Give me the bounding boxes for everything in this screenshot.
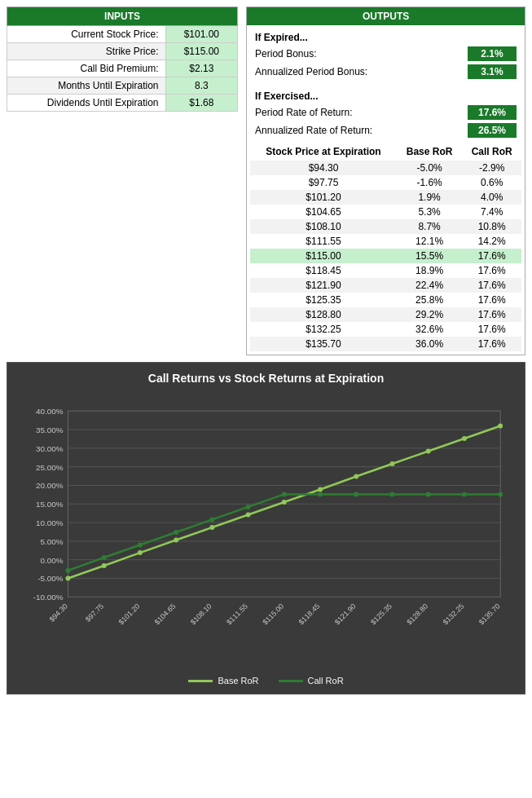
cell-call: 7.4% bbox=[462, 205, 521, 219]
svg-point-51 bbox=[138, 543, 143, 548]
legend-call-label: Call RoR bbox=[308, 676, 344, 686]
table-row: $125.3525.8%17.6% bbox=[250, 293, 521, 307]
chart-title: Call Returns vs Stock Returns at Expirat… bbox=[15, 371, 517, 386]
cell-price: $132.25 bbox=[250, 322, 397, 337]
cell-call: 0.6% bbox=[462, 175, 521, 190]
inputs-value[interactable]: 8.3 bbox=[165, 77, 238, 95]
cell-price: $135.70 bbox=[250, 337, 397, 351]
legend-base-label: Base RoR bbox=[218, 676, 258, 686]
svg-text:40.00%: 40.00% bbox=[36, 407, 64, 416]
svg-text:35.00%: 35.00% bbox=[36, 425, 64, 434]
table-row: $108.108.7%10.8% bbox=[250, 219, 521, 234]
svg-text:$125.35: $125.35 bbox=[369, 602, 394, 627]
table-row: $118.4518.9%17.6% bbox=[250, 263, 521, 278]
period-bonus-value: 2.1% bbox=[468, 46, 517, 61]
cell-base: 5.3% bbox=[397, 205, 462, 219]
svg-point-60 bbox=[462, 492, 467, 497]
cell-price: $121.90 bbox=[250, 278, 397, 293]
cell-price: $108.10 bbox=[250, 219, 397, 234]
col-price-header: Stock Price at Expiration bbox=[250, 143, 397, 161]
period-ror-label: Period Rate of Return: bbox=[255, 107, 352, 118]
cell-base: 1.9% bbox=[397, 190, 462, 205]
col-base-header: Base RoR bbox=[397, 143, 462, 161]
svg-point-40 bbox=[209, 525, 214, 530]
svg-point-37 bbox=[102, 563, 107, 568]
cell-call: 4.0% bbox=[462, 190, 521, 205]
inputs-value[interactable]: $101.00 bbox=[165, 26, 238, 43]
annualized-ror-label: Annualized Rate of Return: bbox=[255, 125, 372, 136]
svg-point-43 bbox=[318, 487, 323, 492]
comparison-table: Stock Price at Expiration Base RoR Call … bbox=[250, 143, 521, 351]
period-ror-row: Period Rate of Return: 17.6% bbox=[250, 104, 521, 121]
svg-point-58 bbox=[390, 492, 395, 497]
svg-point-50 bbox=[102, 555, 107, 560]
svg-text:$128.80: $128.80 bbox=[405, 602, 429, 627]
cell-price: $128.80 bbox=[250, 307, 397, 322]
svg-point-53 bbox=[209, 518, 214, 522]
cell-price: $97.75 bbox=[250, 175, 397, 190]
svg-point-46 bbox=[426, 449, 431, 454]
svg-text:5.00%: 5.00% bbox=[40, 537, 63, 546]
cell-call: 17.6% bbox=[462, 249, 521, 263]
inputs-row: Dividends Until Expiration$1.68 bbox=[7, 95, 238, 112]
outputs-body: If Expired... Period Bonus: 2.1% Annuali… bbox=[247, 25, 525, 355]
top-section: INPUTS Current Stock Price:$101.00Strike… bbox=[7, 7, 525, 355]
inputs-label: Current Stock Price: bbox=[7, 26, 166, 43]
cell-base: 18.9% bbox=[397, 263, 462, 278]
inputs-label: Months Until Expiration bbox=[7, 77, 166, 95]
svg-text:$132.25: $132.25 bbox=[442, 602, 466, 627]
table-row: $132.2532.6%17.6% bbox=[250, 322, 521, 337]
legend-call-line bbox=[279, 680, 303, 682]
table-row: $111.5512.1%14.2% bbox=[250, 234, 521, 249]
cell-call: 17.6% bbox=[462, 293, 521, 307]
svg-text:30.00%: 30.00% bbox=[36, 444, 64, 453]
svg-point-61 bbox=[498, 492, 503, 497]
svg-text:25.00%: 25.00% bbox=[36, 463, 64, 472]
cell-call: 17.6% bbox=[462, 322, 521, 337]
cell-price: $101.20 bbox=[250, 190, 397, 205]
cell-base: -5.0% bbox=[397, 161, 462, 175]
svg-text:$115.00: $115.00 bbox=[261, 602, 285, 627]
annualized-bonus-label: Annualized Period Bonus: bbox=[255, 66, 367, 77]
cell-call: 17.6% bbox=[462, 263, 521, 278]
if-exercised-label: If Exercised... bbox=[250, 87, 521, 104]
svg-point-56 bbox=[318, 492, 323, 497]
annualized-bonus-value: 3.1% bbox=[468, 64, 517, 79]
svg-text:-5.00%: -5.00% bbox=[37, 575, 64, 584]
inputs-row: Call Bid Premium:$2.13 bbox=[7, 60, 238, 77]
cell-call: 10.8% bbox=[462, 219, 521, 234]
cell-price: $111.55 bbox=[250, 234, 397, 249]
table-row: $104.655.3%7.4% bbox=[250, 205, 521, 219]
cell-base: 32.6% bbox=[397, 322, 462, 337]
cell-price: $125.35 bbox=[250, 293, 397, 307]
annualized-ror-value: 26.5% bbox=[468, 123, 517, 138]
cell-base: -1.6% bbox=[397, 175, 462, 190]
inputs-table: INPUTS Current Stock Price:$101.00Strike… bbox=[7, 7, 238, 112]
legend-base-line bbox=[188, 680, 213, 682]
table-row: $97.75-1.6%0.6% bbox=[250, 175, 521, 190]
table-row: $94.30-5.0%-2.9% bbox=[250, 161, 521, 175]
inputs-value[interactable]: $115.00 bbox=[165, 43, 238, 60]
svg-point-41 bbox=[246, 513, 251, 518]
inputs-value[interactable]: $1.68 bbox=[165, 95, 238, 112]
inputs-label: Call Bid Premium: bbox=[7, 60, 166, 77]
cell-price: $115.00 bbox=[250, 249, 397, 263]
svg-text:20.00%: 20.00% bbox=[36, 482, 64, 491]
cell-price: $104.65 bbox=[250, 205, 397, 219]
table-row: $115.0015.5%17.6% bbox=[250, 249, 521, 263]
svg-point-44 bbox=[354, 474, 358, 479]
inputs-value[interactable]: $2.13 bbox=[165, 60, 238, 77]
outputs-header: OUTPUTS bbox=[247, 7, 525, 25]
if-expired-label: If Expired... bbox=[250, 29, 521, 45]
annualized-ror-row: Annualized Rate of Return: 26.5% bbox=[250, 121, 521, 139]
svg-text:$94.30: $94.30 bbox=[48, 602, 69, 624]
cell-price: $118.45 bbox=[250, 263, 397, 278]
svg-text:$97.75: $97.75 bbox=[84, 602, 105, 624]
chart-section: Call Returns vs Stock Returns at Expirat… bbox=[7, 362, 525, 694]
svg-text:-10.00%: -10.00% bbox=[33, 593, 64, 602]
inputs-label: Strike Price: bbox=[7, 43, 166, 60]
svg-text:$104.65: $104.65 bbox=[153, 602, 178, 627]
cell-call: 17.6% bbox=[462, 337, 521, 351]
period-ror-value: 17.6% bbox=[468, 105, 517, 120]
svg-text:$121.90: $121.90 bbox=[333, 602, 358, 627]
